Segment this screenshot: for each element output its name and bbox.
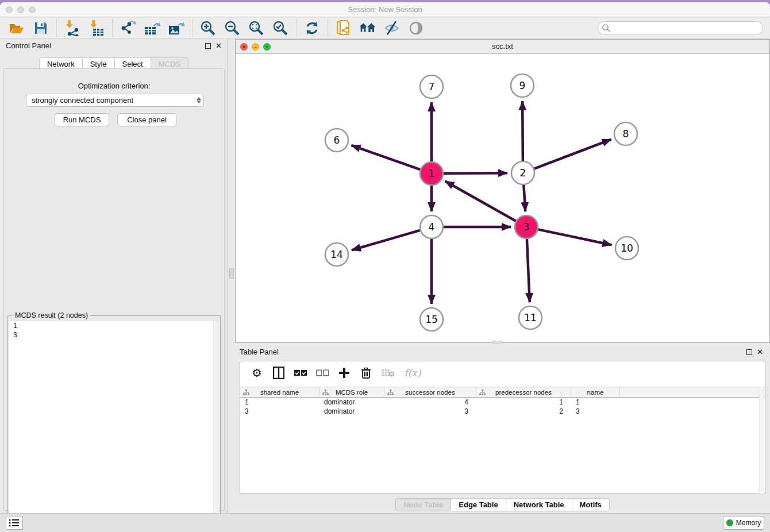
close-panel-button[interactable]: Close panel: [117, 113, 176, 126]
run-mcds-button[interactable]: Run MCDS: [55, 113, 109, 126]
graph-edge-3-1[interactable]: [445, 181, 516, 221]
table-row[interactable]: 1dominator411: [240, 398, 765, 407]
table-row[interactable]: 3dominator323: [240, 407, 765, 416]
network-graph[interactable]: 7968124314101511: [236, 54, 769, 342]
graph-node-label-7: 7: [429, 81, 435, 92]
graph-node-label-8: 8: [623, 128, 629, 140]
graph-edge-2-3[interactable]: [523, 185, 525, 211]
tab-motifs[interactable]: Motifs: [572, 498, 610, 511]
table-cell[interactable]: 1: [240, 398, 319, 407]
graph-node-label-2: 2: [520, 167, 526, 179]
table-cell[interactable]: 2: [476, 407, 571, 416]
tab-network-table[interactable]: Network Table: [506, 498, 572, 511]
column-header-label: predecessor nodes: [495, 389, 552, 396]
export-network-icon[interactable]: [120, 20, 137, 37]
deselect-all-columns-icon[interactable]: [314, 365, 330, 381]
float-panel-icon[interactable]: [205, 43, 211, 49]
import-table-icon[interactable]: [88, 20, 105, 37]
save-session-icon[interactable]: [32, 20, 49, 37]
column-header-label: name: [587, 389, 604, 396]
table-panel: Table Panel ✕ ⚙: [235, 345, 770, 515]
graph-node-label-11: 11: [524, 312, 537, 323]
attribute-settings-icon[interactable]: ⚙: [249, 365, 265, 381]
column-header-successor-nodes[interactable]: successor nodes: [384, 387, 476, 397]
graph-edge-4-14[interactable]: [352, 230, 420, 250]
network-canvas[interactable]: 7968124314101511: [236, 54, 769, 342]
graph-edge-2-8[interactable]: [534, 140, 611, 169]
tab-node-table[interactable]: Node Table: [395, 498, 451, 511]
table-panel-title: Table Panel: [240, 348, 279, 356]
apply-layout-icon[interactable]: [303, 20, 321, 37]
duplicate-network-icon[interactable]: [335, 20, 352, 37]
task-history-button[interactable]: [6, 516, 23, 530]
optimization-criterion-label: Optimization criterion:: [4, 82, 224, 90]
graph-node-label-1: 1: [429, 168, 435, 179]
search-icon: [602, 24, 611, 33]
graph-edge-2-9[interactable]: [522, 101, 523, 161]
import-network-icon[interactable]: [64, 20, 81, 37]
table-header-row: shared nameMCDS rolesuccessor nodesprede…: [240, 387, 765, 398]
toolbar-separator: [296, 20, 297, 37]
column-header-shared-name[interactable]: shared name: [240, 387, 319, 397]
memory-button[interactable]: Memory: [723, 516, 764, 530]
table-cell[interactable]: 1: [476, 398, 571, 407]
result-scrollbar[interactable]: [213, 321, 219, 532]
table-scrollbar[interactable]: [759, 387, 764, 494]
home-view-icon[interactable]: [359, 20, 376, 37]
main-toolbar: [0, 18, 770, 39]
select-all-columns-icon[interactable]: [292, 365, 309, 381]
export-image-icon[interactable]: [168, 20, 185, 37]
table-cell[interactable]: 3: [384, 407, 476, 416]
table-cell[interactable]: dominator: [319, 398, 384, 407]
network-window-titlebar: ✕ − + scc.txt: [236, 40, 769, 54]
horizontal-splitter-handle[interactable]: [492, 341, 502, 344]
export-table-icon[interactable]: [144, 20, 161, 37]
tab-edge-table[interactable]: Edge Table: [451, 498, 506, 511]
result-line: 3: [9, 330, 219, 340]
graph-node-label-10: 10: [621, 242, 633, 254]
graph-edge-3-11[interactable]: [527, 239, 530, 302]
zoom-in-icon[interactable]: [199, 20, 217, 37]
toolbar-separator: [112, 20, 113, 37]
search-box: [598, 21, 763, 35]
memory-label: Memory: [736, 519, 761, 527]
zoom-fit-icon[interactable]: [248, 20, 265, 37]
table-container: ⚙: [240, 361, 765, 494]
show-eye-icon[interactable]: [407, 20, 425, 37]
close-table-panel-icon[interactable]: ✕: [757, 348, 763, 356]
search-input[interactable]: [611, 24, 763, 32]
table-cell[interactable]: 3: [240, 407, 319, 416]
hide-eye-icon[interactable]: [383, 20, 401, 37]
graph-edge-1-6[interactable]: [351, 145, 420, 169]
open-session-icon[interactable]: [8, 20, 25, 37]
graph-edge-3-10[interactable]: [538, 229, 612, 245]
window-title: Session: New Session: [0, 5, 770, 14]
float-table-panel-icon[interactable]: [746, 349, 752, 355]
table-cell[interactable]: 1: [571, 398, 620, 407]
zoom-out-icon[interactable]: [224, 20, 241, 37]
table-cell[interactable]: 3: [571, 407, 620, 416]
mcds-result-group: MCDS result (2 nodes) 13: [7, 315, 221, 532]
main-area: Control Panel ✕ NetworkStyleSelectMCDS O…: [0, 39, 770, 515]
table-cell[interactable]: dominator: [319, 407, 384, 416]
zoom-selected-icon[interactable]: [272, 20, 289, 37]
close-panel-icon[interactable]: ✕: [215, 42, 222, 50]
table-toolbar: ⚙: [240, 361, 765, 384]
column-header-MCDS-role[interactable]: MCDS role: [319, 387, 384, 397]
mcds-result-list[interactable]: 13: [9, 321, 219, 532]
selected-criterion: strongly connected component: [26, 96, 194, 105]
graph-node-label-4: 4: [429, 221, 435, 233]
column-header-predecessor-nodes[interactable]: predecessor nodes: [476, 387, 571, 397]
node-table: shared nameMCDS rolesuccessor nodesprede…: [240, 387, 765, 416]
mcds-result-title: MCDS result (2 nodes): [13, 311, 90, 319]
column-layout-icon[interactable]: [271, 365, 287, 381]
list-icon: [9, 519, 20, 527]
table-cell[interactable]: 4: [384, 398, 476, 407]
graph-edge-1-2[interactable]: [444, 173, 507, 174]
add-column-icon[interactable]: [336, 365, 352, 381]
column-header-label: shared name: [260, 389, 299, 396]
optimization-criterion-select[interactable]: strongly connected component: [26, 94, 204, 107]
vertical-splitter-handle[interactable]: [229, 268, 234, 279]
delete-column-icon[interactable]: [358, 365, 374, 381]
column-header-name[interactable]: name: [571, 387, 620, 397]
